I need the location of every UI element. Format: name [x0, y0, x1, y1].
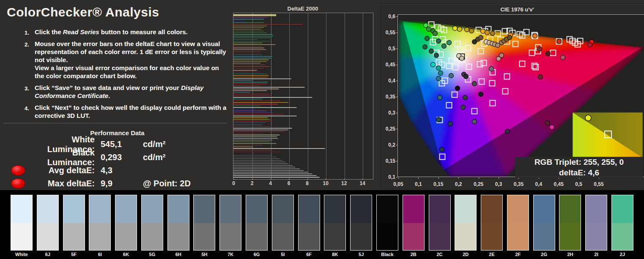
measured-point[interactable]	[436, 39, 441, 44]
deltae-bar[interactable]	[233, 64, 266, 65]
deltae-bar[interactable]	[233, 83, 267, 85]
swatch-column[interactable]: 6G	[246, 195, 268, 257]
measured-point[interactable]	[545, 121, 550, 125]
deltae-bar[interactable]	[233, 73, 267, 74]
deltae-bar[interactable]	[233, 107, 297, 108]
measured-point[interactable]	[537, 47, 542, 52]
deltae-bar[interactable]	[233, 117, 268, 118]
deltae-bar[interactable]	[233, 24, 303, 25]
deltae-bar[interactable]	[233, 177, 320, 178]
deltae-bar[interactable]	[233, 114, 285, 115]
deltae-bar[interactable]	[233, 115, 297, 117]
deltae-bar[interactable]	[233, 22, 264, 23]
measured-point[interactable]	[458, 27, 462, 32]
deltae-bar[interactable]	[233, 175, 317, 176]
measured-point[interactable]	[431, 63, 436, 67]
swatch-column[interactable]: 6H	[167, 195, 189, 257]
measured-point[interactable]	[505, 129, 510, 134]
deltae-bar[interactable]	[233, 150, 273, 151]
swatch-column[interactable]: 7K	[219, 195, 241, 257]
deltae-bar[interactable]	[233, 42, 263, 44]
deltae-bar[interactable]	[233, 56, 273, 57]
measured-point[interactable]	[479, 92, 483, 97]
swatch-column[interactable]: 2C	[429, 195, 451, 257]
deltae-bar[interactable]	[233, 173, 312, 174]
deltae-bar[interactable]	[233, 160, 283, 161]
deltae-bar[interactable]	[233, 47, 264, 49]
deltae-bar[interactable]	[233, 161, 286, 163]
measured-point[interactable]	[472, 40, 477, 44]
measured-point[interactable]	[499, 53, 504, 58]
measured-point[interactable]	[455, 86, 460, 91]
deltae-bar[interactable]	[233, 85, 260, 86]
deltae-bar[interactable]	[233, 144, 263, 146]
swatch-column[interactable]: Black	[376, 195, 398, 257]
measured-point[interactable]	[481, 29, 485, 34]
deltae-bar[interactable]	[233, 100, 281, 101]
measured-point[interactable]	[538, 75, 543, 79]
deltae-bar[interactable]	[233, 46, 263, 47]
deltae-bar[interactable]	[233, 92, 251, 93]
swatch-column[interactable]: 6J	[37, 195, 59, 257]
deltae-bar[interactable]	[233, 124, 263, 125]
measured-point[interactable]	[463, 95, 468, 100]
measured-point[interactable]	[472, 82, 477, 86]
deltae-bar[interactable]	[233, 119, 270, 120]
swatch-column[interactable]: 2D	[455, 195, 477, 257]
measured-point[interactable]	[423, 45, 428, 49]
deltae-bar[interactable]	[233, 166, 296, 168]
swatch-column[interactable]: 2I	[585, 195, 607, 257]
deltae-bar[interactable]	[233, 98, 263, 100]
deltae-bar[interactable]	[233, 128, 292, 129]
deltae-bar[interactable]	[233, 63, 261, 64]
deltae-bar[interactable]	[233, 61, 267, 62]
measured-point[interactable]	[436, 66, 441, 71]
deltae-bar[interactable]	[233, 51, 261, 52]
deltae-bar[interactable]	[233, 34, 273, 35]
deltae-bar[interactable]	[233, 54, 263, 55]
deltae-bar[interactable]	[233, 68, 264, 69]
deltae-bar[interactable]	[233, 139, 273, 141]
deltae-bar[interactable]	[233, 156, 277, 158]
deltae-bar[interactable]	[233, 134, 280, 136]
deltae-bar[interactable]	[233, 80, 252, 81]
measured-point[interactable]	[465, 27, 469, 32]
measured-point[interactable]	[436, 117, 441, 122]
swatch-column[interactable]: 6K	[115, 195, 137, 257]
deltae-bar[interactable]	[233, 44, 276, 45]
deltae-bar[interactable]	[233, 19, 264, 20]
deltae-bar[interactable]	[233, 120, 273, 122]
deltae-bar[interactable]	[233, 170, 304, 171]
deltae-bar[interactable]	[233, 32, 267, 33]
swatch-column[interactable]: White	[11, 195, 33, 257]
measured-point[interactable]	[429, 49, 434, 54]
deltae-bar[interactable]	[233, 29, 262, 30]
deltae-bar[interactable]	[233, 153, 240, 154]
swatch-column[interactable]: 2B	[403, 195, 425, 257]
measured-point[interactable]	[561, 55, 565, 60]
measured-point[interactable]	[485, 30, 490, 35]
measured-point[interactable]	[460, 56, 464, 61]
swatch-column[interactable]: 5J	[350, 195, 372, 257]
deltae-bar[interactable]	[233, 122, 266, 123]
swatch-column[interactable]: 2E	[481, 195, 503, 257]
deltae-bar[interactable]	[233, 39, 258, 40]
measured-point[interactable]	[546, 52, 551, 56]
deltae-bar[interactable]	[233, 168, 300, 169]
deltae-bar[interactable]	[233, 82, 268, 83]
swatch-column[interactable]: 5H	[193, 195, 215, 257]
deltae-bar[interactable]	[233, 105, 261, 106]
deltae-bar[interactable]	[233, 27, 264, 28]
deltae-bar[interactable]	[233, 49, 266, 50]
measured-point[interactable]	[438, 71, 443, 76]
measured-point[interactable]	[436, 76, 441, 81]
measured-point[interactable]	[533, 34, 537, 38]
measured-point[interactable]	[479, 35, 483, 40]
measured-point[interactable]	[472, 120, 477, 124]
deltae-bar[interactable]	[233, 131, 285, 132]
deltae-bar[interactable]	[233, 59, 269, 60]
deltae-bar[interactable]	[233, 133, 263, 134]
deltae-bar[interactable]	[233, 70, 257, 71]
deltae-bar[interactable]	[233, 163, 288, 164]
measured-point[interactable]	[557, 39, 562, 44]
